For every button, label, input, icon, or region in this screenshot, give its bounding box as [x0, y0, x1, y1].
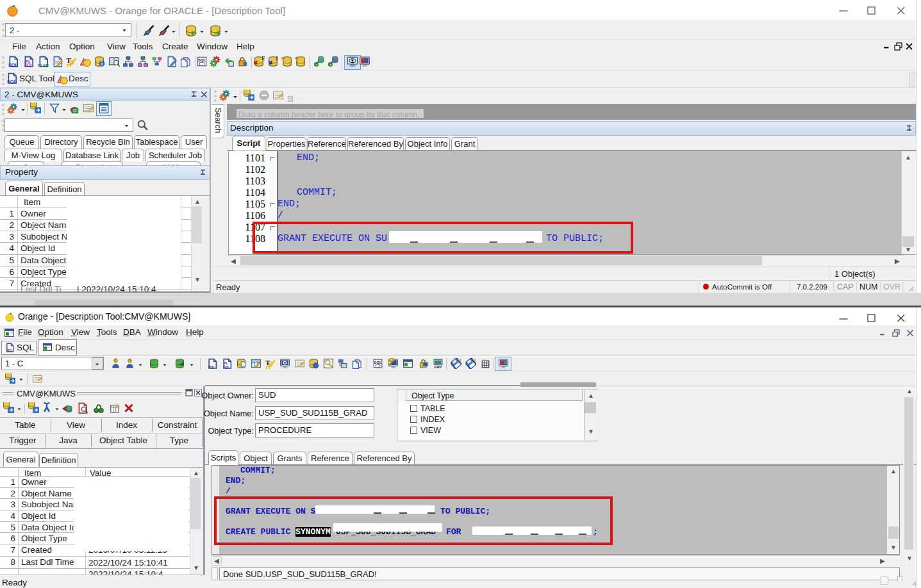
svg-text:E: E — [460, 358, 461, 362]
svg-text:SQL: SQL — [374, 361, 382, 364]
svg-text:PL: PL — [224, 362, 228, 365]
svg-text:PLAN: PLAN — [38, 63, 49, 67]
svg-text:E: E — [262, 56, 265, 61]
svg-text:I: I — [474, 358, 476, 362]
svg-text:I: I — [276, 56, 278, 61]
svg-text:SQL: SQL — [7, 79, 17, 84]
svg-text:SQL: SQL — [222, 366, 229, 369]
svg-text:ERP: ERP — [435, 365, 442, 369]
svg-text:SQL: SQL — [8, 62, 18, 67]
svg-text:SQL: SQL — [208, 365, 215, 369]
svg-text:SQL: SQL — [24, 63, 33, 67]
svg-text:SQL: SQL — [198, 58, 206, 62]
svg-text:SQL: SQL — [6, 349, 13, 352]
